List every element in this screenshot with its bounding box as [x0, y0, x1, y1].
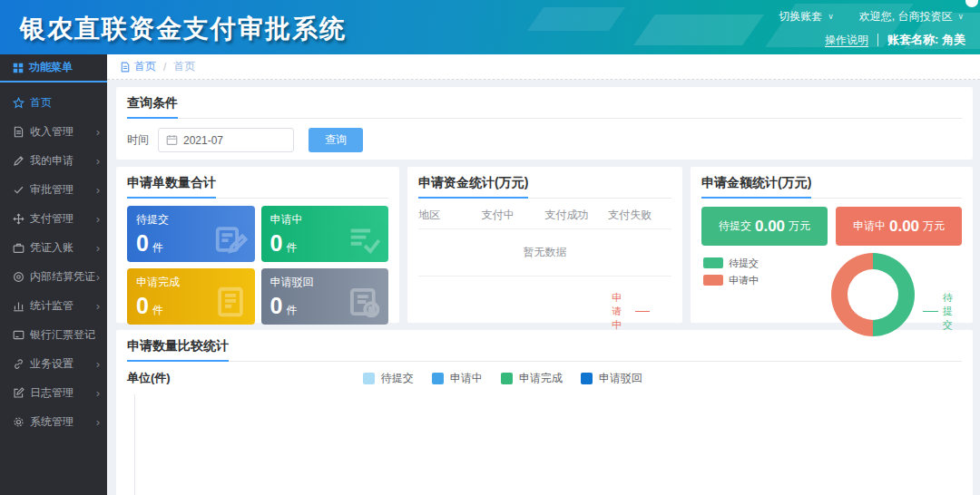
- funds-column-header: 地区: [418, 208, 482, 223]
- sidebar-item-approval[interactable]: 审批管理›: [0, 175, 107, 204]
- funds-table-header: 地区支付中支付成功支付失败: [418, 202, 671, 229]
- header-decor: [633, 15, 764, 45]
- breadcrumb-current: 首页: [173, 59, 195, 74]
- time-value: 2021-07: [183, 134, 223, 147]
- sidebar: 功能菜单 首页收入管理›我的申请›审批管理›支付管理›凭证入账›内部结算凭证›统…: [0, 54, 107, 495]
- stat-card-unit: 件: [152, 304, 163, 316]
- sidebar-item-label: 日志管理: [30, 385, 96, 401]
- donut-label-left: 申请中: [612, 291, 650, 332]
- sidebar-nav: 首页收入管理›我的申请›审批管理›支付管理›凭证入账›内部结算凭证›统计监管›银…: [0, 82, 107, 436]
- stat-card-value: 0: [270, 230, 283, 256]
- stat-card-applying[interactable]: 申请中0件: [261, 206, 389, 262]
- sidebar-item-internal-settlement[interactable]: 内部结算凭证›: [0, 262, 107, 291]
- stat-card-value: 0: [270, 293, 283, 318]
- compare-chart-plot: [134, 394, 958, 495]
- time-input[interactable]: 2021-07: [158, 128, 294, 152]
- main-area: 首页 / 首页 查询条件 时间 2021-07 查询: [107, 54, 980, 495]
- funds-column-header: 支付成功: [545, 208, 609, 223]
- sidebar-item-label: 业务设置: [30, 356, 96, 372]
- chevron-down-icon[interactable]: ∨: [957, 12, 964, 21]
- breadcrumb-separator: /: [163, 61, 166, 73]
- donut-label-right: 待提交: [923, 291, 962, 332]
- header-decor: [527, 7, 625, 31]
- legend-swatch: [501, 373, 513, 384]
- legend-swatch: [581, 373, 593, 384]
- summary-panel-title: 申请单数量合计: [127, 175, 216, 199]
- search-button[interactable]: 查询: [309, 128, 363, 152]
- funds-panel-title: 申请资金统计(万元): [418, 175, 528, 199]
- compare-panel: 申请数量比较统计 单位(件) 待提交申请中申请完成申请驳回: [116, 330, 973, 495]
- chevron-down-icon[interactable]: ∨: [828, 12, 834, 21]
- chevron-right-icon: ›: [96, 155, 100, 167]
- donut-legend: 待提交申请中: [703, 257, 759, 291]
- compare-legend-item[interactable]: 申请完成: [501, 371, 563, 386]
- move-icon: [13, 213, 24, 225]
- stats-row: 申请单数量合计 待提交0件申请中0件申请完成0件申请驳回0件 申请资金统计(万元…: [116, 167, 973, 323]
- sidebar-item-statistics[interactable]: 统计监管›: [0, 291, 107, 320]
- legend-swatch: [703, 275, 723, 286]
- stat-card-rejected[interactable]: 申请驳回0件: [261, 268, 389, 325]
- compare-legend-item[interactable]: 申请中: [432, 371, 483, 386]
- compare-panel-title: 申请数量比较统计: [127, 338, 229, 362]
- sidebar-item-income[interactable]: 收入管理›: [0, 117, 107, 146]
- stat-card-completed[interactable]: 申请完成0件: [127, 268, 255, 325]
- chevron-right-icon: ›: [96, 300, 100, 312]
- amount-badge: 申请中0.00万元: [836, 207, 962, 246]
- legend-swatch: [363, 373, 375, 384]
- compare-legend-item[interactable]: 待提交: [363, 371, 414, 386]
- chevron-right-icon: ›: [96, 242, 100, 254]
- amount-donut-chart: 待提交申请中 申请中 待提交: [701, 251, 962, 338]
- document-icon: [120, 62, 131, 73]
- donut-legend-item[interactable]: 待提交: [703, 257, 759, 269]
- sidebar-menu-header: 功能菜单: [0, 54, 107, 82]
- stat-card-unit: 件: [152, 241, 163, 254]
- stat-card-unit: 件: [286, 304, 297, 316]
- query-panel: 查询条件 时间 2021-07 查询: [116, 87, 973, 160]
- calendar-icon: [166, 134, 178, 146]
- app-title: 银农直联资金支付审批系统: [20, 12, 347, 46]
- chevron-right-icon: ›: [96, 271, 100, 283]
- app-root: 银农直联资金支付审批系统 切换账套 ∨ 欢迎您, 台商投资区 ∨ 操作说明 账套…: [0, 0, 980, 495]
- summary-panel: 申请单数量合计 待提交0件申请中0件申请完成0件申请驳回0件: [116, 167, 399, 323]
- operation-guide-link[interactable]: 操作说明: [825, 33, 868, 48]
- amount-badge: 待提交0.00万元: [701, 207, 828, 246]
- sidebar-item-my-apply[interactable]: 我的申请›: [0, 146, 107, 175]
- divider: [877, 34, 878, 46]
- sidebar-item-home[interactable]: 首页: [0, 88, 107, 117]
- switch-account-link[interactable]: 切换账套: [779, 9, 822, 24]
- corner-dot-decor: [965, 0, 978, 7]
- sidebar-item-system[interactable]: 系统管理›: [0, 407, 107, 436]
- sidebar-item-payment[interactable]: 支付管理›: [0, 204, 107, 233]
- document-icon: [13, 126, 24, 138]
- stat-card-value: 0: [136, 293, 149, 318]
- chevron-right-icon: ›: [96, 416, 100, 428]
- chevron-right-icon: ›: [96, 213, 100, 225]
- stat-card-pending-submit[interactable]: 待提交0件: [127, 206, 255, 262]
- sidebar-item-label: 系统管理: [30, 414, 96, 430]
- briefcase-icon: [13, 242, 24, 254]
- sidebar-item-business-settings[interactable]: 业务设置›: [0, 349, 107, 378]
- stat-card-value: 0: [136, 230, 149, 256]
- donut-ring: [831, 253, 915, 336]
- query-form: 时间 2021-07 查询: [127, 128, 962, 152]
- donut-legend-item[interactable]: 申请中: [703, 274, 759, 286]
- edit-icon: [13, 387, 24, 399]
- funds-table-empty: 暂无数据: [418, 229, 671, 277]
- note-icon: [213, 285, 248, 319]
- card-icon: [13, 329, 24, 341]
- welcome-user-link[interactable]: 欢迎您, 台商投资区: [859, 9, 953, 24]
- compare-legend: 待提交申请中申请完成申请驳回: [345, 371, 788, 386]
- sidebar-item-bank-draft[interactable]: 银行汇票登记: [0, 320, 107, 349]
- sidebar-item-log[interactable]: 日志管理›: [0, 378, 107, 407]
- check-icon: [13, 184, 24, 196]
- chevron-right-icon: ›: [96, 358, 100, 370]
- amount-panel-title: 申请金额统计(万元): [701, 175, 811, 199]
- sidebar-item-voucher-entry[interactable]: 凭证入账›: [0, 233, 107, 262]
- sidebar-item-label: 内部结算凭证: [30, 269, 96, 285]
- amount-badges: 待提交0.00万元申请中0.00万元: [701, 207, 962, 246]
- breadcrumb-home[interactable]: 首页: [134, 59, 156, 74]
- compare-legend-item[interactable]: 申请驳回: [581, 371, 642, 386]
- query-panel-title: 查询条件: [127, 95, 178, 119]
- chevron-right-icon: ›: [96, 184, 100, 196]
- sidebar-item-label: 审批管理: [30, 182, 96, 198]
